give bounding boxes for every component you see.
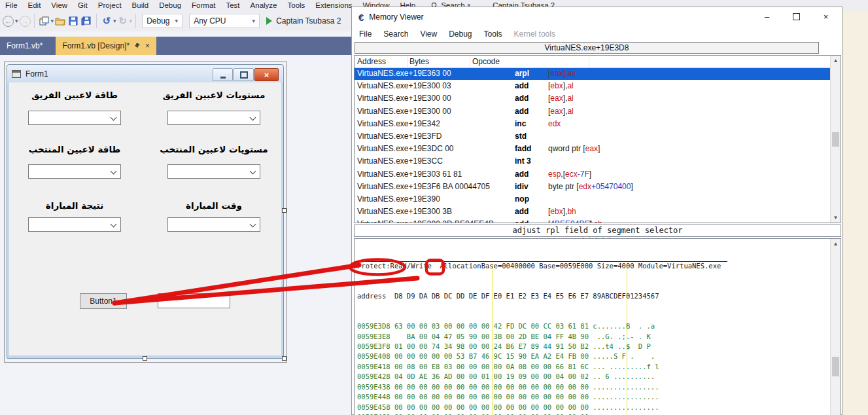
- toolbar-separator: [135, 14, 136, 28]
- solution-config-dropdown[interactable]: Debug▾: [142, 14, 182, 28]
- menu-item[interactable]: Build: [127, 1, 154, 9]
- hex-scrollbar[interactable]: ▲: [830, 239, 841, 415]
- col-bytes[interactable]: Bytes: [409, 57, 429, 66]
- menu-item[interactable]: Search: [377, 29, 414, 39]
- tab-form1-design[interactable]: Form1.vb [Design]* ×: [56, 37, 156, 55]
- disasm-row[interactable]: VirtuaNES.exe+19E300 00add[eax],al: [355, 105, 830, 118]
- tab-form1-code[interactable]: Form1.vb*: [0, 37, 49, 55]
- disasm-row[interactable]: VirtuaNES.exe+19E3FDstd: [355, 130, 830, 143]
- hex-row[interactable]: 0059E428 04 0D AE 36 AD 00 00 01 00 19 0…: [357, 372, 721, 382]
- scroll-up-icon[interactable]: ▲: [831, 239, 841, 249]
- memory-viewer-icon: €: [358, 12, 364, 23]
- run-play-icon[interactable]: [266, 17, 272, 25]
- scroll-thumb[interactable]: [832, 357, 839, 376]
- combo-national-levels[interactable]: [167, 164, 260, 179]
- save-icon[interactable]: [67, 14, 80, 28]
- menu-item[interactable]: Test: [220, 1, 245, 9]
- col-opcode[interactable]: Opcode: [472, 57, 500, 66]
- menu-item[interactable]: Format: [186, 1, 220, 9]
- menu-item[interactable]: File: [353, 29, 377, 39]
- disasm-row[interactable]: VirtuaNES.exe+19E342incedx: [355, 118, 830, 130]
- run-button-label[interactable]: Captain Tsubasa 2: [276, 16, 341, 26]
- hex-row[interactable]: 0059E448 00 00 00 00 00 00 00 00 00 00 0…: [357, 392, 721, 402]
- close-button[interactable]: ×: [811, 7, 841, 26]
- combo-team-levels[interactable]: [167, 111, 260, 125]
- disasm-row[interactable]: VirtuaNES.exe+19E363 00arpl[eax],ax: [355, 67, 830, 80]
- textbox1[interactable]: [158, 293, 230, 308]
- menu-item[interactable]: Edit: [23, 1, 46, 9]
- menu-item[interactable]: Analyze: [245, 1, 283, 9]
- menu-item[interactable]: Tools: [478, 29, 508, 39]
- disasm-row[interactable]: VirtuaNES.exe+19E300 03add[ebx],al: [355, 80, 830, 92]
- hex-row[interactable]: 0059E3F8 01 00 00 74 34 98 00 00 24 B6 E…: [357, 342, 721, 352]
- menu-item[interactable]: Tools: [282, 1, 310, 9]
- close-button[interactable]: ×: [254, 68, 279, 81]
- menu-item[interactable]: Project: [93, 1, 127, 9]
- combo-team-energy[interactable]: [28, 111, 121, 125]
- label-team-energy: طاقة لاعبين الفريق: [20, 90, 129, 100]
- disasm-row[interactable]: VirtuaNES.exe+19E390nop: [355, 193, 830, 206]
- memory-viewer-titlebar: € Memory Viewer – ×: [352, 7, 842, 27]
- address-bar[interactable]: VirtuaNES.exe+19E3D8: [355, 42, 819, 54]
- scroll-thumb[interactable]: [832, 132, 839, 147]
- hex-row[interactable]: 0059E458 00 00 00 00 00 00 00 00 00 00 0…: [357, 403, 721, 412]
- hex-row[interactable]: 0059E3E8 BA 00 04 47 05 90 00 3B 00 2D B…: [357, 332, 721, 342]
- disasm-row[interactable]: VirtuaNES.exe+19E3F6 BA 00044705idivbyte…: [355, 181, 830, 193]
- chevron-down-icon: [250, 168, 256, 175]
- config-label: Debug: [147, 16, 169, 26]
- tab-label: Form1.vb*: [7, 41, 43, 50]
- chevron-down-icon[interactable]: ▾: [15, 18, 18, 24]
- save-all-icon[interactable]: [80, 14, 93, 28]
- pin-icon[interactable]: [134, 43, 141, 49]
- minimize-button[interactable]: –: [752, 7, 782, 26]
- hex-column-header: address D8 D9 DA DB DC DD DE DF E0 E1 E2…: [357, 291, 721, 301]
- disasm-row[interactable]: VirtuaNES.exe+19E300 3Badd[ebx],bh: [355, 206, 830, 218]
- menu-item[interactable]: Extensions: [310, 1, 357, 9]
- hex-row[interactable]: 0059E438 00 00 00 00 00 00 00 00 00 00 0…: [357, 382, 721, 392]
- platform-dropdown[interactable]: Any CPU▾: [189, 14, 260, 28]
- resize-handle-bottom[interactable]: [143, 356, 147, 361]
- disasm-row[interactable]: VirtuaNES.exe+19E303 61 81addesp,[ecx-7F…: [355, 168, 830, 181]
- redo-icon[interactable]: ↻: [116, 14, 130, 28]
- minimize-button[interactable]: [213, 68, 233, 81]
- menu-item[interactable]: Debug: [154, 1, 186, 9]
- nav-forward-icon[interactable]: →: [20, 16, 31, 27]
- menu-item[interactable]: View: [46, 1, 73, 9]
- screen: FileEditViewGitProjectBuildDebugFormatTe…: [0, 0, 868, 415]
- disasm-row[interactable]: VirtuaNES.exe+19E300 00add[eax],al: [355, 92, 830, 105]
- open-folder-icon[interactable]: [54, 14, 67, 28]
- disassembler-header: Address Bytes Opcode: [355, 56, 830, 68]
- disasm-row[interactable]: VirtuaNES.exe+19E300 2D BE04EE4Badd[4BEE…: [355, 218, 830, 223]
- nav-back-icon[interactable]: ←: [3, 16, 14, 27]
- button1[interactable]: Button1: [80, 293, 127, 309]
- menu-item[interactable]: Git: [73, 1, 93, 9]
- resize-handle-right[interactable]: [282, 208, 286, 213]
- chevron-down-icon: [111, 168, 117, 175]
- maximize-button[interactable]: [782, 7, 811, 26]
- maximize-button[interactable]: [234, 68, 254, 81]
- disasm-row[interactable]: VirtuaNES.exe+19E3CCint 3: [355, 155, 830, 168]
- col-address[interactable]: Address: [357, 57, 386, 66]
- hex-row[interactable]: 0059E468 00 00 00 00 00 00 00 00 00 00 0…: [357, 412, 721, 415]
- combo-match-result[interactable]: [28, 217, 121, 232]
- editor-right-strip: [842, 10, 868, 415]
- menu-item[interactable]: Debug: [443, 29, 477, 39]
- disasm-scrollbar[interactable]: ▲ ▼: [830, 56, 841, 223]
- label-national-levels: مستويات لاعبين المنتخب: [160, 144, 268, 154]
- undo-icon[interactable]: ↺: [100, 14, 113, 28]
- menu-item[interactable]: View: [414, 29, 443, 39]
- hex-row[interactable]: 0059E3D8 63 00 00 03 00 00 00 00 42 FD D…: [357, 321, 721, 331]
- scroll-down-icon[interactable]: ▼: [831, 213, 841, 223]
- chevron-down-icon[interactable]: ▾: [130, 18, 133, 24]
- combo-match-time[interactable]: [167, 217, 260, 232]
- resize-handle-corner[interactable]: [282, 356, 286, 361]
- combo-national-energy[interactable]: [28, 164, 121, 179]
- close-icon[interactable]: ×: [145, 41, 150, 50]
- form-title: Form1: [26, 69, 48, 79]
- disasm-row[interactable]: VirtuaNES.exe+19E3DC 00faddqword ptr [ea…: [355, 143, 830, 155]
- hex-row[interactable]: 0059E418 00 08 00 E8 03 00 00 00 00 0A 0…: [357, 362, 721, 372]
- scroll-up-icon[interactable]: ▲: [831, 56, 841, 65]
- hex-row[interactable]: 0059E408 00 00 00 00 00 53 B7 46 9C 15 9…: [357, 352, 721, 361]
- menu-item[interactable]: File: [0, 1, 23, 9]
- new-project-icon[interactable]: [38, 14, 51, 28]
